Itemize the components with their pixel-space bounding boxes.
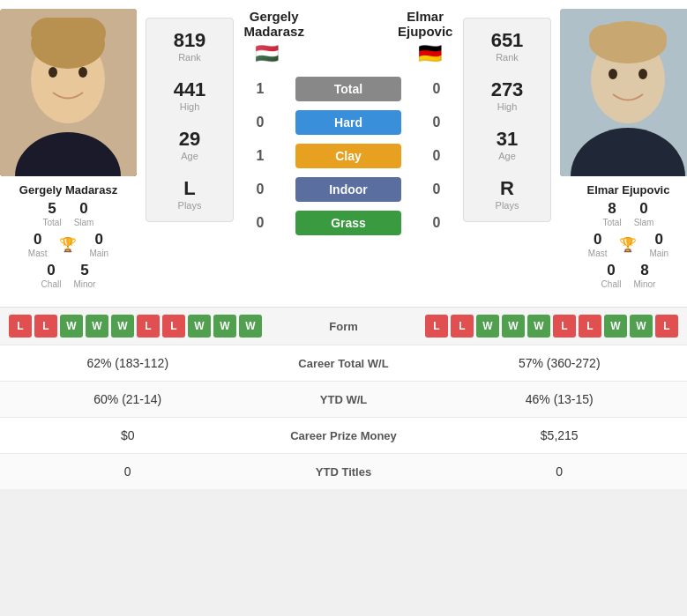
left-info-box: 819 Rank 441 High 29 Age L Plays [146,18,234,222]
left-indoor-score: 0 [243,182,278,197]
left-name-header: GergelyMadarasz [244,9,304,39]
right-player-area: Elmar Ejupovic 8 Total 0 Slam 0 Mast 🏆 [560,9,687,289]
form-pill-4: W [111,315,134,338]
form-pill-2: W [60,315,83,338]
left-minor-val: 5 [80,262,88,279]
right-slam-val: 0 [639,200,647,218]
prize-row: $0 Career Prize Money $5,215 [0,417,687,453]
left-trophy-icon: 🏆 [59,236,77,253]
indoor-label: Indoor [295,177,401,202]
form-pill-9: L [655,315,678,338]
left-form-pills: LLWWWLLWWW [9,315,291,338]
right-plays-lbl: Plays [496,200,519,211]
form-pill-3: W [502,315,525,338]
right-rank-cell: 651 Rank [491,29,524,63]
form-pill-1: L [34,315,57,338]
left-mast-val: 0 [34,231,41,249]
left-slam-stat: 0 Slam [74,200,94,227]
total-row: 1 Total 0 [243,77,454,101]
svg-rect-13 [589,25,667,51]
career-wl-label: Career Total W/L [247,357,441,370]
right-high-lbl: High [497,101,518,112]
left-flag: 🇭🇺 [255,42,279,65]
right-minor-val: 8 [640,262,648,279]
hard-label: Hard [295,110,401,135]
right-total-lbl: Total [603,218,622,227]
form-pill-1: L [451,315,474,338]
right-main-stat: 0 Main [649,231,668,258]
form-pill-2: W [476,315,499,338]
svg-rect-6 [31,18,106,48]
right-age-lbl: Age [498,151,516,161]
right-plays-cell: R Plays [496,177,519,211]
right-main-val: 0 [655,231,663,249]
left-age-val: 29 [179,128,200,151]
left-ytd-wl: 60% (21-14) [9,392,247,406]
grass-row: 0 Grass 0 [243,211,454,235]
form-pill-0: L [9,315,32,338]
left-prize: $0 [9,428,247,442]
form-pill-8: W [630,315,653,338]
left-chall-val: 0 [47,262,55,279]
right-hard-score: 0 [419,115,454,130]
form-pill-7: W [188,315,211,338]
right-total-score: 0 [419,81,454,97]
right-player-stat-row-1: 8 Total 0 Slam [603,200,654,227]
left-minor-lbl: Minor [73,279,95,289]
right-total-stat: 8 Total [603,200,622,227]
right-minor-lbl: Minor [633,279,655,289]
right-chall-lbl: Chall [601,279,622,289]
svg-point-10 [609,69,617,79]
ytd-wl-label: YTD W/L [247,393,441,406]
left-career-wl: 62% (183-112) [9,356,247,370]
right-player-stat-row-2: 0 Mast 🏆 0 Main [588,231,668,258]
form-pill-9: W [239,315,262,338]
left-player-photo [0,9,137,176]
right-info-box: 651 Rank 273 High 31 Age R Plays [463,18,551,222]
total-label: Total [295,77,401,101]
right-chall-val: 0 [607,262,615,279]
form-pill-4: W [527,315,550,338]
left-mast-stat: 0 Mast [28,231,48,258]
left-age-lbl: Age [181,151,198,161]
right-ytd-titles: 0 [441,464,679,479]
right-ytd-wl: 46% (13-15) [441,392,679,406]
left-grass-score: 0 [243,215,278,231]
form-pill-5: L [137,315,160,338]
ytd-titles-row: 0 YTD Titles 0 [0,453,687,489]
form-pill-6: L [162,315,185,338]
form-section: LLWWWLLWWW Form LLWWWLLWWL [0,307,687,345]
right-mast-lbl: Mast [588,249,608,258]
stats-table: 62% (183-112) Career Total W/L 57% (360-… [0,345,687,489]
form-pill-8: W [213,315,236,338]
right-rank-val: 651 [491,29,524,52]
form-pill-0: L [425,315,448,338]
top-comparison: Gergely Madarasz 5 Total 0 Slam 0 Mast 🏆 [0,0,687,298]
left-plays-cell: L Plays [178,177,202,211]
clay-row: 1 Clay 0 [243,144,454,168]
right-flag: 🇩🇪 [418,42,442,65]
left-rank-val: 819 [174,29,206,52]
right-player-photo [560,9,687,176]
right-mast-val: 0 [594,231,601,249]
right-age-val: 31 [497,128,518,151]
right-main-lbl: Main [649,249,668,258]
form-pill-6: L [579,315,601,338]
left-high-cell: 441 High [174,78,206,112]
left-slam-val: 0 [79,200,87,218]
left-total-stat: 5 Total [43,200,62,227]
left-high-lbl: High [180,101,200,112]
left-main-lbl: Main [89,249,108,258]
left-slam-lbl: Slam [74,218,94,227]
left-player-stat-row-2: 0 Mast 🏆 0 Main [28,231,108,258]
left-chall-lbl: Chall [41,279,62,289]
grass-label: Grass [295,211,401,235]
left-player-name: Gergely Madarasz [19,183,117,197]
svg-point-3 [49,67,57,78]
left-main-val: 0 [95,231,103,249]
form-label: Form [291,320,397,333]
left-player-stat-row-1: 5 Total 0 Slam [43,200,94,227]
right-prize: $5,215 [441,428,679,442]
left-hard-score: 0 [243,115,278,130]
form-pill-3: W [86,315,108,338]
